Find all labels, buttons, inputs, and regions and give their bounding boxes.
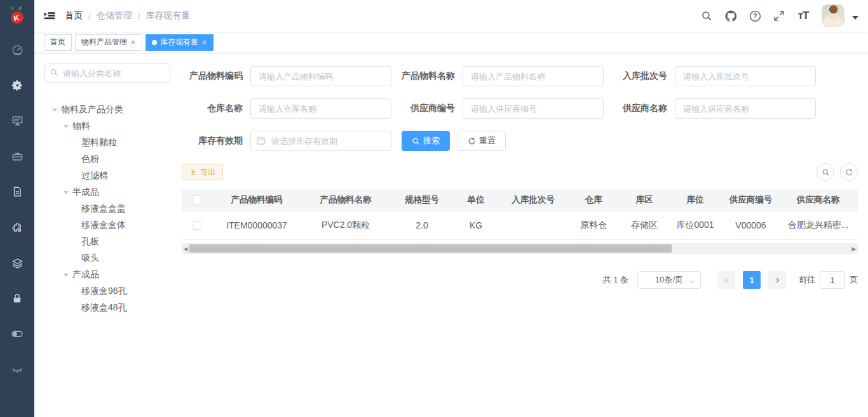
filter-label: 产品物料名称 [394, 70, 455, 82]
date-range-input[interactable] [250, 131, 391, 151]
breadcrumb: 首页/仓储管理/库存现有量 [65, 10, 190, 22]
filter-input[interactable] [250, 66, 391, 86]
active-dot [152, 40, 157, 45]
search-toggle-icon[interactable] [817, 163, 834, 181]
filter-item: 供应商编号 [394, 98, 606, 119]
sidebar: K [0, 0, 34, 417]
filter-label: 产品物料编码 [182, 70, 243, 82]
close-icon[interactable]: × [201, 38, 207, 47]
row-checkbox[interactable] [193, 221, 201, 230]
fullscreen-icon[interactable] [770, 6, 789, 25]
tree-item[interactable]: 色粉 [44, 151, 182, 168]
inventory-table: 产品物料编码产品物料名称规格型号单位入库批次号仓库库区库位供应商编号供应商名称 … [182, 189, 858, 254]
refresh-icon[interactable] [840, 163, 858, 181]
tree-search-input[interactable] [44, 63, 170, 83]
table-cell: PVC2.0颗粒 [301, 220, 390, 231]
font-size-icon[interactable]: тT [794, 6, 813, 25]
tree-item[interactable]: 塑料颗粒 [44, 135, 182, 151]
tree-item-label: 移液盒盒体 [81, 220, 126, 231]
filter-item: 供应商名称 [606, 98, 816, 119]
select-all-checkbox[interactable] [193, 195, 201, 204]
tree-item[interactable]: 移液盒96孔 [44, 283, 182, 300]
app-logo[interactable]: K [0, 0, 34, 32]
tree-item[interactable]: 吸头 [44, 250, 182, 267]
github-icon[interactable] [721, 6, 740, 25]
tree-item[interactable]: 物料 [44, 118, 182, 135]
help-icon[interactable]: ? [745, 6, 764, 25]
search-icon[interactable] [697, 6, 716, 25]
tree-item[interactable]: 孔板 [44, 234, 182, 250]
sidebar-item-briefcase[interactable] [0, 138, 34, 174]
page-number-button[interactable]: 1 [743, 271, 761, 289]
column-header: 规格型号 [390, 194, 454, 206]
tree-item[interactable]: 过滤棉 [44, 168, 182, 184]
caret-down-icon[interactable] [64, 191, 69, 197]
filter-input[interactable] [675, 98, 816, 119]
search-button[interactable]: 搜索 [402, 131, 450, 151]
filter-item: 仓库名称 [182, 98, 394, 119]
filter-input[interactable] [675, 66, 816, 86]
tree-item[interactable]: 产成品 [44, 267, 182, 283]
close-icon[interactable]: × [130, 38, 136, 47]
scrollbar-thumb[interactable] [189, 244, 672, 253]
sidebar-item-eye-closed[interactable] [0, 352, 34, 387]
tree-item[interactable]: 移液盒盒体 [44, 217, 182, 234]
document-icon [11, 186, 23, 197]
table-row[interactable]: ITEM00000037PVC2.0颗粒2.0KG原料仓存储区库位0001V00… [182, 211, 858, 240]
filter-input[interactable] [250, 98, 391, 119]
filter-label: 入库批次号 [606, 70, 667, 82]
caret-down-icon[interactable] [52, 109, 57, 114]
tab-库存现有量[interactable]: 库存现有量 × [146, 34, 214, 51]
column-header: 库区 [619, 194, 670, 206]
sidebar-item-document[interactable] [0, 174, 34, 209]
prev-page-button[interactable] [717, 271, 735, 289]
goto-page-input[interactable] [820, 271, 845, 289]
tab-首页[interactable]: 首页 [44, 34, 72, 51]
tree-item[interactable]: 移液盒盒盖 [44, 201, 182, 217]
category-tree-panel: 物料及产品分类 物料 塑料颗粒 色粉 过滤棉 半成品 移液盒盒盖 移液盒盒体 孔… [44, 63, 182, 417]
caret-down-icon[interactable] [64, 125, 69, 131]
filter-input-wrap [250, 98, 391, 119]
table-cell: 存储区 [619, 220, 670, 231]
sidebar-item-lock[interactable] [0, 281, 34, 316]
tree-item[interactable]: 半成品 [44, 184, 182, 201]
refresh-icon [468, 137, 476, 145]
sidebar-item-toggle[interactable] [0, 316, 34, 352]
sidebar-toggle-icon[interactable] [34, 0, 65, 32]
breadcrumb-item[interactable]: 首页 [65, 10, 83, 22]
scroll-right-arrow[interactable]: ▶ [850, 243, 858, 254]
filter-item: 产品物料名称 [394, 66, 606, 86]
tree-item-label: 移液盒盒盖 [81, 203, 126, 215]
reset-button[interactable]: 重置 [458, 131, 506, 151]
download-icon [189, 168, 197, 176]
category-tree: 物料及产品分类 物料 塑料颗粒 色粉 过滤棉 半成品 移液盒盒盖 移液盒盒体 孔… [44, 102, 182, 316]
table-cell: 合肥龙兴精密... [781, 220, 855, 231]
filter-input[interactable] [463, 98, 604, 119]
breadcrumb-item[interactable]: 仓储管理 [97, 10, 132, 22]
sidebar-item-dashboard[interactable] [0, 32, 34, 67]
filter-input-wrap [250, 66, 391, 86]
puzzle-icon [11, 222, 24, 234]
filter-input[interactable] [463, 66, 604, 86]
tree-item-label: 移液盒96孔 [81, 286, 127, 297]
tab-物料产品管理[interactable]: 物料产品管理 × [75, 34, 142, 51]
sidebar-item-layers[interactable] [0, 245, 34, 281]
next-page-button[interactable] [768, 271, 786, 289]
table-body: ITEM00000037PVC2.0颗粒2.0KG原料仓存储区库位0001V00… [182, 211, 858, 240]
sidebar-item-gear[interactable] [0, 67, 34, 103]
tree-item[interactable]: 移液盒48孔 [44, 300, 182, 316]
tab-label: 物料产品管理 [81, 37, 127, 48]
column-header: 产品物料编码 [212, 194, 301, 206]
breadcrumb-separator: / [88, 11, 91, 21]
column-header: 供应商名称 [781, 194, 855, 206]
caret-down-icon[interactable] [852, 16, 858, 23]
page-size-select[interactable]: 10条/页 [637, 271, 701, 289]
sidebar-item-puzzle[interactable] [0, 209, 34, 245]
scroll-left-arrow[interactable]: ◀ [182, 243, 189, 254]
goto-label: 前往 [799, 274, 815, 286]
export-button[interactable]: 导出 [182, 164, 223, 180]
sidebar-item-monitor-chart[interactable] [0, 103, 34, 138]
caret-down-icon[interactable] [64, 274, 69, 279]
tree-item[interactable]: 物料及产品分类 [44, 102, 182, 118]
avatar[interactable] [822, 4, 844, 27]
